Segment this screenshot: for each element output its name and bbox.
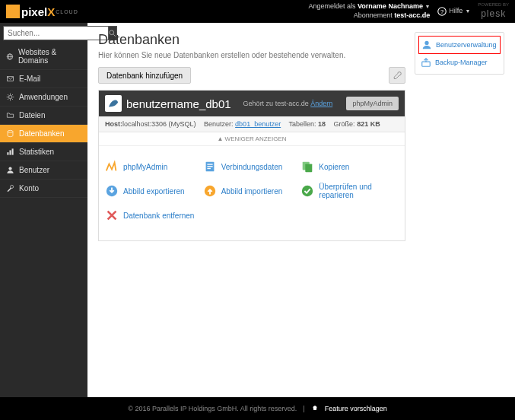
mysql-icon: [105, 95, 122, 112]
database-name: benutzername_db01: [126, 97, 231, 110]
delete-icon: [105, 208, 119, 222]
header-username[interactable]: Vorname Nachname: [358, 2, 423, 10]
svg-rect-12: [12, 148, 14, 154]
logo[interactable]: pixelX CLOUD: [6, 5, 78, 18]
svg-rect-25: [422, 62, 431, 66]
database-icon: [6, 129, 14, 138]
action-remove[interactable]: Datenbank entfernen: [105, 204, 203, 227]
settings-button[interactable]: [389, 67, 405, 84]
sidebar-item-label: Datenbanken: [19, 129, 65, 138]
page-title: Datenbanken: [98, 32, 405, 48]
header-account-info: Angemeldet als Vorname Nachname ▼ Abonne…: [308, 2, 430, 20]
logo-text: pixelX: [21, 5, 55, 18]
toggle-details[interactable]: ▲ WENIGER ANZEIGEN: [99, 132, 405, 146]
database-header: benutzername_db01 Gehört zu test-acc.de …: [99, 91, 405, 116]
phpmyadmin-icon: [105, 160, 119, 173]
logo-icon: [6, 5, 20, 18]
sidebar-item-files[interactable]: Dateien: [0, 107, 87, 125]
svg-point-9: [8, 130, 13, 132]
help-icon: ?: [437, 7, 447, 16]
svg-rect-16: [207, 164, 212, 164]
svg-rect-18: [207, 168, 211, 169]
folder-icon: [6, 111, 14, 119]
sidebar-item-account[interactable]: Konto: [0, 180, 87, 198]
gear-icon: [6, 93, 14, 101]
key-icon: [6, 184, 14, 192]
svg-rect-20: [306, 164, 313, 172]
user-icon: [421, 40, 432, 50]
stats-icon: [6, 148, 14, 156]
svg-rect-10: [7, 152, 8, 154]
copy-icon: [300, 160, 314, 173]
check-icon: [300, 184, 314, 198]
svg-point-8: [8, 95, 11, 98]
backup-manager-link[interactable]: Backup-Manager: [418, 54, 501, 71]
add-database-button[interactable]: Datenbank hinzufügen: [98, 67, 191, 84]
sidebar: Websites & Domains E-Mail Anwendungen Da…: [0, 23, 87, 397]
backup-icon: [421, 57, 431, 68]
svg-point-23: [302, 186, 313, 196]
database-card: benutzername_db01 Gehört zu test-acc.de …: [98, 90, 405, 241]
info-icon: [203, 160, 217, 173]
db-user-link[interactable]: db01_benutzer: [235, 120, 281, 128]
powered-by: POWERED BY plesk: [478, 2, 509, 20]
top-header: pixelX CLOUD Angemeldet als Vorname Nach…: [0, 0, 515, 23]
action-phpmyadmin[interactable]: phpMyAdmin: [105, 155, 203, 178]
export-icon: [105, 184, 119, 198]
change-domain-link[interactable]: Ändern: [310, 100, 332, 107]
sidebar-item-apps[interactable]: Anwendungen: [0, 88, 87, 107]
content-area: Datenbanken Hier können Sie neue Datenba…: [98, 32, 405, 388]
phpmyadmin-button-header[interactable]: phpMyAdmin: [346, 97, 399, 110]
action-import[interactable]: Abbild importieren: [203, 178, 301, 204]
sidebar-item-label: Websites & Domains: [18, 48, 81, 65]
sidebar-item-label: Statistiken: [19, 148, 54, 156]
help-button[interactable]: ? Hilfe ▼: [437, 7, 470, 16]
sidebar-item-label: Konto: [19, 184, 39, 192]
logo-subtext: CLOUD: [56, 9, 78, 14]
globe-icon: [6, 52, 14, 61]
mail-icon: [6, 75, 14, 83]
svg-point-13: [8, 167, 11, 170]
footer: © 2016 Parallels IP Holdings GmbH. All r…: [0, 397, 515, 420]
svg-text:?: ?: [440, 8, 443, 15]
header-subscription[interactable]: test-acc.de: [394, 11, 430, 19]
wrench-icon: [393, 71, 402, 80]
sidebar-item-databases[interactable]: Datenbanken: [0, 125, 87, 143]
sidebar-item-label: Anwendungen: [19, 93, 68, 101]
svg-rect-17: [207, 166, 212, 167]
sidebar-item-email[interactable]: E-Mail: [0, 70, 87, 88]
svg-point-24: [424, 41, 428, 45]
footer-suggest-link[interactable]: Feature vorschlagen: [325, 405, 387, 412]
sidebar-item-websites[interactable]: Websites & Domains: [0, 43, 87, 70]
sidebar-item-label: Benutzer: [19, 166, 49, 174]
svg-rect-11: [9, 150, 11, 154]
database-meta: Host:localhost:3306 (MySQL) Benutzer: db…: [99, 116, 405, 132]
sidebar-item-users[interactable]: Benutzer: [0, 161, 87, 180]
action-verify[interactable]: Überprüfen und reparieren: [300, 178, 399, 204]
action-export[interactable]: Abbild exportieren: [105, 178, 203, 204]
user-management-link[interactable]: Benutzerverwaltung: [418, 36, 501, 54]
import-icon: [203, 184, 217, 198]
action-connection[interactable]: Verbindungsdaten: [203, 155, 301, 178]
sidebar-item-stats[interactable]: Statistiken: [0, 143, 87, 161]
lightbulb-icon: [311, 405, 319, 412]
page-subtitle: Hier können Sie neue Datenbanken erstell…: [98, 51, 405, 59]
database-domain: Gehört zu test-acc.de Ändern: [243, 100, 333, 107]
sidebar-item-label: Dateien: [19, 111, 45, 119]
sidebar-item-label: E-Mail: [19, 75, 40, 83]
user-icon: [6, 166, 14, 174]
footer-copyright: © 2016 Parallels IP Holdings GmbH. All r…: [128, 405, 297, 412]
right-column: Benutzerverwaltung Backup-Manager: [415, 32, 504, 388]
action-copy[interactable]: Kopieren: [300, 155, 399, 178]
